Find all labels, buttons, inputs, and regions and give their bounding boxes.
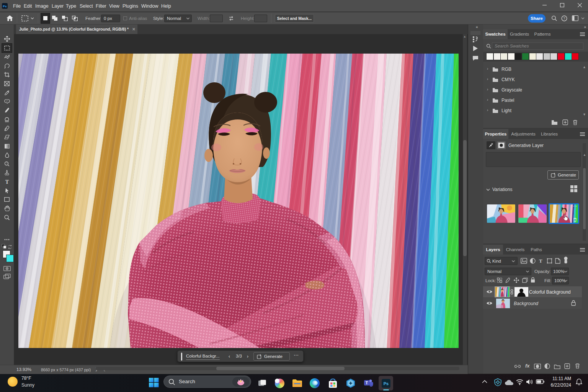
svg-text:Ps: Ps	[3, 5, 7, 8]
svg-text:T: T	[366, 381, 368, 385]
svg-text:T: T	[5, 179, 9, 184]
svg-text:Ps: Ps	[384, 381, 389, 386]
svg-text:?: ?	[563, 16, 565, 20]
